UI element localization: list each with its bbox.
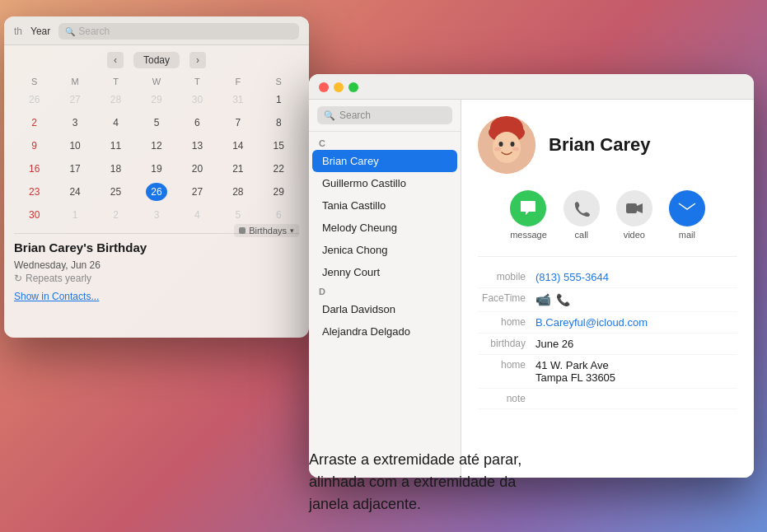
note-value: [535, 393, 737, 404]
calendar-year-label[interactable]: Year: [30, 26, 50, 37]
mobile-value[interactable]: (813) 555-3644: [535, 271, 737, 283]
calendar-titlebar: th Year 🔍 Search: [4, 16, 309, 45]
call-button[interactable]: call: [564, 190, 600, 240]
svg-rect-10: [679, 203, 695, 214]
calendar-day[interactable]: 9: [14, 134, 54, 157]
calendar-day[interactable]: 29: [136, 88, 176, 111]
contact-header: Brian Carey: [478, 116, 737, 174]
calendar-day[interactable]: 12: [136, 134, 176, 157]
facetime-video-icon[interactable]: 📹: [535, 292, 551, 307]
svg-rect-8: [626, 203, 637, 213]
contacts-list: CBrian CareyGuillermo CastilloTania Cast…: [309, 132, 461, 478]
video-icon: [616, 190, 652, 226]
calendar-day[interactable]: 7: [217, 111, 258, 134]
calendar-day[interactable]: 25: [96, 180, 136, 203]
calendar-day[interactable]: 16: [14, 157, 54, 180]
email-value[interactable]: B.Careyful@icloud.com: [535, 316, 737, 329]
calendar-day[interactable]: 22: [259, 157, 299, 180]
contact-list-item[interactable]: Jenica Chong: [312, 239, 457, 261]
video-button[interactable]: video: [616, 190, 652, 240]
address-label: home: [478, 359, 535, 384]
calendar-day[interactable]: 29: [259, 180, 299, 203]
calendar-day[interactable]: 31: [217, 88, 258, 111]
mobile-label: mobile: [478, 271, 535, 283]
calendar-day[interactable]: 10: [54, 134, 95, 157]
close-button[interactable]: [319, 82, 329, 92]
svg-point-5: [511, 142, 515, 147]
calendar-day[interactable]: 24: [54, 180, 95, 203]
facetime-audio-icon[interactable]: 📞: [556, 293, 570, 306]
fullscreen-button[interactable]: [348, 82, 358, 92]
calendar-day[interactable]: 11: [96, 134, 136, 157]
calendar-day[interactable]: 28: [217, 180, 258, 203]
message-button[interactable]: message: [510, 190, 547, 240]
contact-list-item[interactable]: Brian Carey: [312, 150, 457, 172]
today-button[interactable]: Today: [133, 52, 180, 68]
calendar-day[interactable]: 21: [217, 157, 258, 180]
weekday-header: S: [14, 75, 54, 88]
minimize-button[interactable]: [334, 82, 344, 92]
calendar-day[interactable]: 20: [177, 157, 217, 180]
prev-month-button[interactable]: ‹: [107, 52, 124, 68]
calendar-grid: SMTWTFS 26272829303112345678910111213141…: [14, 75, 299, 226]
event-title: Brian Carey's Birthday: [14, 240, 147, 254]
calendar-month-nav: ‹ Today ›: [14, 52, 299, 68]
calendar-day[interactable]: 1: [54, 203, 95, 226]
calendar-search-box[interactable]: 🔍 Search: [58, 23, 299, 40]
calendar-dot: [239, 227, 246, 234]
calendar-day[interactable]: 6: [259, 203, 299, 226]
contact-section-header: D: [309, 283, 461, 298]
contacts-search-box[interactable]: 🔍 Search: [317, 106, 452, 124]
weekday-header: T: [96, 75, 136, 88]
mail-button[interactable]: mail: [669, 190, 705, 240]
calendar-day[interactable]: 1: [259, 88, 299, 111]
calendar-day[interactable]: 15: [259, 134, 299, 157]
contact-list-item[interactable]: Darla Davidson: [312, 298, 457, 320]
next-month-button[interactable]: ›: [189, 52, 206, 68]
birthday-value: June 26: [535, 338, 737, 350]
calendar-day[interactable]: 27: [54, 88, 95, 111]
contact-actions: message call video: [478, 190, 737, 240]
calendar-day[interactable]: 26: [136, 180, 176, 203]
contact-list-item[interactable]: Alejandra Delgado: [312, 320, 457, 343]
calendar-day[interactable]: 30: [14, 203, 54, 226]
show-in-contacts-link[interactable]: Show in Contacts...: [14, 291, 299, 302]
calendar-day[interactable]: 27: [177, 180, 217, 203]
info-row-facetime: FaceTime 📹 📞: [478, 288, 737, 312]
birthday-label: birthday: [478, 338, 535, 350]
mail-label: mail: [679, 230, 695, 240]
calendar-day[interactable]: 13: [177, 134, 217, 157]
contact-name: Brian Carey: [549, 134, 651, 156]
calendar-day[interactable]: 5: [217, 203, 258, 226]
calendar-day[interactable]: 4: [96, 111, 136, 134]
calendar-day[interactable]: 19: [136, 157, 176, 180]
calendar-day[interactable]: 14: [217, 134, 258, 157]
calendar-day[interactable]: 5: [136, 111, 176, 134]
mail-icon: [669, 190, 705, 226]
calendar-day[interactable]: 3: [136, 203, 176, 226]
calendar-day[interactable]: 2: [14, 111, 54, 134]
calendar-day[interactable]: 3: [54, 111, 95, 134]
contact-list-item[interactable]: Jenny Court: [312, 261, 457, 283]
avatar: [478, 116, 535, 174]
calendar-day[interactable]: 28: [96, 88, 136, 111]
contact-list-item[interactable]: Melody Cheung: [312, 217, 457, 239]
calendar-day[interactable]: 4: [177, 203, 217, 226]
contact-list-item[interactable]: Guillermo Castillo: [312, 172, 457, 194]
weekday-header: W: [136, 75, 176, 88]
contact-list-item[interactable]: Tania Castillo: [312, 194, 457, 217]
calendar-day[interactable]: 26: [14, 88, 54, 111]
info-row-note: note: [478, 389, 737, 409]
contact-detail: Brian Carey message call: [461, 100, 754, 478]
note-label: note: [478, 393, 535, 404]
calendar-day[interactable]: 8: [259, 111, 299, 134]
calendar-day[interactable]: 17: [54, 157, 95, 180]
calendar-day[interactable]: 23: [14, 180, 54, 203]
calendar-day[interactable]: 2: [96, 203, 136, 226]
calendar-day[interactable]: 30: [177, 88, 217, 111]
dropdown-icon[interactable]: ▾: [290, 226, 294, 235]
calendar-day[interactable]: 6: [177, 111, 217, 134]
event-calendar-name: Birthdays: [249, 226, 287, 236]
email-label: home: [478, 316, 535, 329]
calendar-day[interactable]: 18: [96, 157, 136, 180]
